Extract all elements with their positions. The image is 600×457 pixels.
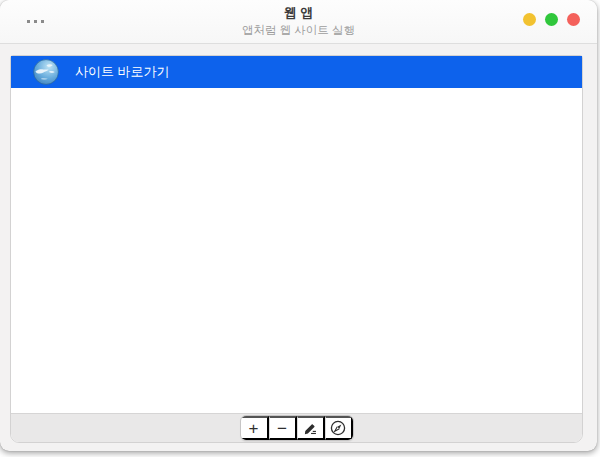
- toolbar-button-group: + −: [240, 415, 354, 441]
- web-apps-panel: 사이트 바로가기 + −: [10, 55, 583, 443]
- web-apps-window: 웹 앱 앱처럼 웹 사이트 실행: [0, 0, 597, 451]
- minimize-button[interactable]: [523, 13, 536, 26]
- footer-toolbar: + −: [11, 413, 582, 442]
- maximize-button[interactable]: [545, 13, 558, 26]
- edit-shortcut-button[interactable]: [297, 416, 325, 440]
- open-site-button[interactable]: [325, 416, 353, 440]
- title-block: 웹 앱 앱처럼 웹 사이트 실행: [0, 5, 597, 38]
- close-button[interactable]: [567, 13, 580, 26]
- window-subtitle: 앱처럼 웹 사이트 실행: [0, 23, 597, 38]
- compass-icon: [330, 420, 346, 436]
- window-title: 웹 앱: [0, 5, 597, 22]
- web-apps-list: 사이트 바로가기: [11, 56, 582, 414]
- pencil-edit-icon: [303, 421, 318, 436]
- titlebar: 웹 앱 앱처럼 웹 사이트 실행: [0, 0, 597, 44]
- remove-shortcut-button[interactable]: −: [269, 416, 297, 440]
- minus-icon: −: [277, 420, 287, 437]
- globe-icon: [33, 59, 59, 85]
- add-shortcut-button[interactable]: +: [241, 416, 269, 440]
- list-item-label: 사이트 바로가기: [75, 63, 170, 81]
- list-item[interactable]: 사이트 바로가기: [11, 56, 582, 88]
- plus-icon: +: [249, 420, 259, 437]
- window-controls: [523, 13, 580, 26]
